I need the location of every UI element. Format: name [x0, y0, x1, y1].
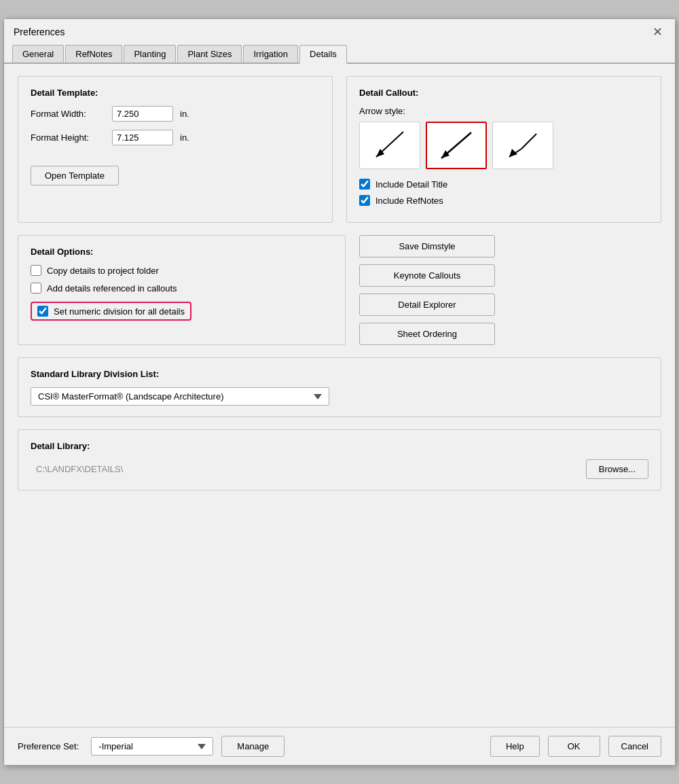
arrow-options — [359, 122, 648, 169]
arrow-option-2[interactable] — [426, 122, 487, 169]
include-refnotes-checkbox[interactable] — [359, 195, 370, 206]
include-refnotes-label[interactable]: Include RefNotes — [375, 196, 443, 206]
detail-options-panel: Detail Options: Copy details to project … — [18, 235, 346, 345]
side-buttons: Save Dimstyle Keynote Callouts Detail Ex… — [359, 235, 661, 345]
detail-options-label: Detail Options: — [31, 247, 333, 257]
close-button[interactable]: ✕ — [650, 26, 665, 38]
title-bar: Preferences ✕ — [4, 19, 675, 42]
preference-set-label: Preference Set: — [18, 741, 79, 751]
cancel-button[interactable]: Cancel — [608, 736, 661, 757]
middle-row: Detail Options: Copy details to project … — [18, 235, 661, 345]
keynote-callouts-button[interactable]: Keynote Callouts — [359, 264, 495, 287]
detail-library-label: Detail Library: — [31, 441, 648, 451]
svg-line-4 — [521, 134, 536, 149]
add-details-row: Add details referenced in callouts — [31, 283, 333, 293]
top-row: Detail Template: Format Width: in. Forma… — [18, 76, 661, 223]
arrow-option-3[interactable] — [492, 122, 553, 169]
format-height-label: Format Height: — [31, 132, 105, 143]
manage-button[interactable]: Manage — [221, 736, 285, 757]
bottom-bar: Preference Set: -Imperial Manage Help OK… — [4, 727, 675, 765]
library-path-text: C:\LANDFX\DETAILS\ — [31, 461, 576, 478]
main-content: Detail Template: Format Width: in. Forma… — [4, 64, 675, 727]
tab-planting[interactable]: Planting — [124, 45, 176, 63]
preferences-dialog: Preferences ✕ General RefNotes Planting … — [3, 18, 676, 766]
format-width-input[interactable] — [112, 106, 173, 122]
division-list-label: Standard Library Division List: — [31, 369, 648, 379]
tab-plant-sizes[interactable]: Plant Sizes — [177, 45, 242, 63]
format-height-row: Format Height: in. — [31, 130, 320, 145]
tab-details[interactable]: Details — [299, 45, 347, 64]
detail-template-panel: Detail Template: Format Width: in. Forma… — [18, 76, 333, 223]
format-width-unit: in. — [180, 109, 189, 119]
add-details-label[interactable]: Add details referenced in callouts — [47, 283, 177, 293]
tabs-bar: General RefNotes Planting Plant Sizes Ir… — [4, 42, 675, 64]
set-numeric-highlight: Set numeric division for all details — [31, 300, 333, 321]
add-details-checkbox[interactable] — [31, 283, 41, 293]
include-refnotes-row: Include RefNotes — [359, 195, 648, 206]
detail-explorer-button[interactable]: Detail Explorer — [359, 293, 495, 316]
detail-library-panel: Detail Library: C:\LANDFX\DETAILS\ Brows… — [18, 429, 661, 491]
format-height-input[interactable] — [112, 130, 173, 145]
detail-template-label: Detail Template: — [31, 88, 320, 98]
detail-callout-label: Detail Callout: — [359, 88, 648, 98]
dialog-title: Preferences — [14, 26, 65, 37]
division-list-select[interactable]: CSI® MasterFormat® (Landscape Architectu… — [31, 387, 329, 406]
division-select-wrap: CSI® MasterFormat® (Landscape Architectu… — [31, 387, 648, 406]
copy-details-label[interactable]: Copy details to project folder — [47, 266, 159, 276]
save-dimstyle-button[interactable]: Save Dimstyle — [359, 235, 495, 257]
arrow-option-1[interactable] — [359, 122, 420, 169]
format-width-row: Format Width: in. — [31, 106, 320, 122]
detail-callout-panel: Detail Callout: Arrow style: — [346, 76, 661, 223]
preference-set-select[interactable]: -Imperial — [91, 737, 213, 755]
copy-details-checkbox[interactable] — [31, 265, 41, 276]
format-height-unit: in. — [180, 132, 189, 143]
format-width-label: Format Width: — [31, 109, 105, 119]
arrow-style-label: Arrow style: — [359, 106, 648, 116]
help-button[interactable]: Help — [490, 736, 540, 757]
open-template-button[interactable]: Open Template — [31, 166, 119, 185]
library-path-row: C:\LANDFX\DETAILS\ Browse... — [31, 459, 648, 479]
set-numeric-checkbox[interactable] — [37, 306, 48, 317]
tab-refnotes[interactable]: RefNotes — [65, 45, 122, 63]
include-detail-title-row: Include Detail Title — [359, 179, 648, 190]
include-detail-title-label[interactable]: Include Detail Title — [375, 179, 447, 190]
tab-irrigation[interactable]: Irrigation — [243, 45, 298, 63]
copy-details-row: Copy details to project folder — [31, 265, 333, 276]
set-numeric-label[interactable]: Set numeric division for all details — [54, 306, 185, 317]
ok-button[interactable]: OK — [548, 736, 600, 757]
set-numeric-highlight-box: Set numeric division for all details — [31, 302, 191, 321]
include-detail-title-checkbox[interactable] — [359, 179, 370, 190]
browse-button[interactable]: Browse... — [586, 459, 648, 479]
tab-general[interactable]: General — [12, 45, 64, 63]
sheet-ordering-button[interactable]: Sheet Ordering — [359, 323, 495, 345]
division-list-panel: Standard Library Division List: CSI® Mas… — [18, 357, 661, 417]
